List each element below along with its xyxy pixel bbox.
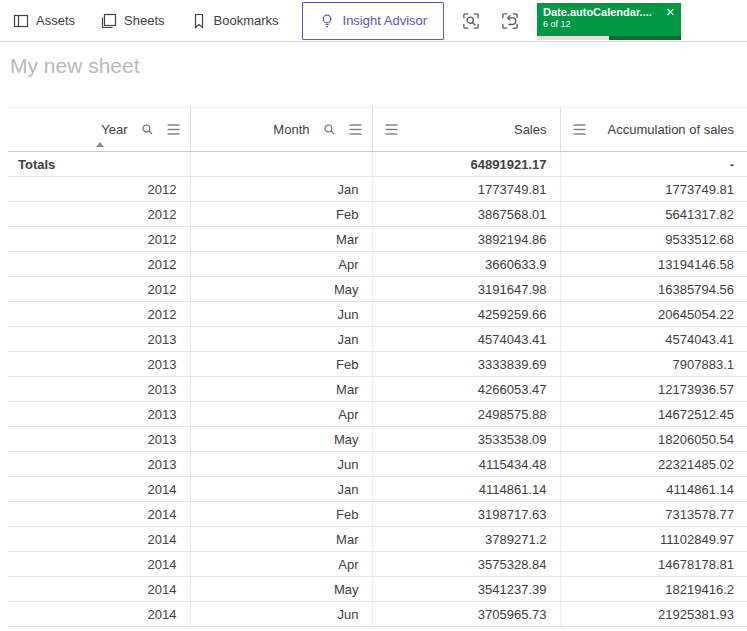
month-cell[interactable]: May (190, 277, 372, 302)
accumulation-cell: 12173936.57 (560, 377, 747, 402)
sales-cell: 4574043.41 (372, 327, 560, 352)
accumulation-cell: 18206050.54 (560, 427, 747, 452)
table-row: 2012May3191647.9816385794.56 (8, 277, 747, 302)
bookmarks-label: Bookmarks (214, 13, 279, 28)
year-cell[interactable]: 2014 (8, 602, 190, 627)
accumulation-cell: 11102849.97 (560, 527, 747, 552)
insight-advisor-button[interactable]: Insight Advisor (302, 2, 445, 40)
year-cell[interactable]: 2014 (8, 527, 190, 552)
month-cell[interactable]: Apr (190, 402, 372, 427)
year-cell[interactable]: 2014 (8, 502, 190, 527)
sort-ascending-icon (96, 142, 104, 147)
assets-button[interactable]: Assets (0, 1, 88, 41)
selection-progress-bar (537, 36, 681, 40)
month-cell[interactable]: May (190, 577, 372, 602)
column-header-year[interactable]: Year (8, 108, 190, 152)
month-cell[interactable]: May (190, 427, 372, 452)
assets-label: Assets (36, 13, 75, 28)
year-cell[interactable]: 2014 (8, 477, 190, 502)
table-row: 2013May3533538.0918206050.54 (8, 427, 747, 452)
month-cell[interactable]: Feb (190, 352, 372, 377)
accumulation-cell: 7907883.1 (560, 352, 747, 377)
month-cell[interactable]: Apr (190, 552, 372, 577)
table-row: 2014May3541237.3918219416.2 (8, 577, 747, 602)
column-header-month[interactable]: Month (190, 108, 372, 152)
assets-panel-icon (13, 13, 29, 29)
accumulation-cell: 20645054.22 (560, 302, 747, 327)
sales-cell: 3191647.98 (372, 277, 560, 302)
table-header-row: Year Month (8, 108, 747, 152)
year-cell[interactable]: 2012 (8, 227, 190, 252)
sheets-icon (101, 13, 117, 29)
accumulation-cell: 9533512.68 (560, 227, 747, 252)
lightbulb-icon (319, 13, 335, 29)
table-row: 2014Jun3705965.7321925381.93 (8, 602, 747, 627)
accumulation-column-label: Accumulation of sales (608, 122, 734, 137)
accumulation-cell: 22321485.02 (560, 452, 747, 477)
year-cell[interactable]: 2012 (8, 202, 190, 227)
year-cell[interactable]: 2012 (8, 302, 190, 327)
sales-cell: 3892194.86 (372, 227, 560, 252)
accumulation-cell: 4574043.41 (560, 327, 747, 352)
year-cell[interactable]: 2012 (8, 252, 190, 277)
month-cell[interactable]: Jun (190, 302, 372, 327)
close-icon[interactable]: ✕ (666, 7, 675, 18)
menu-icon[interactable] (167, 124, 180, 135)
month-cell[interactable]: Feb (190, 202, 372, 227)
bookmarks-button[interactable]: Bookmarks (178, 1, 292, 41)
table-row: 2012Jan1773749.811773749.81 (8, 177, 747, 202)
sales-cell: 3789271.2 (372, 527, 560, 552)
accumulation-cell: 4114861.14 (560, 477, 747, 502)
month-cell[interactable]: Feb (190, 502, 372, 527)
search-icon[interactable] (141, 123, 154, 136)
month-cell[interactable]: Mar (190, 527, 372, 552)
menu-icon[interactable] (573, 124, 586, 135)
sales-cell: 4114861.14 (372, 477, 560, 502)
sales-cell: 3333839.69 (372, 352, 560, 377)
smart-search-icon[interactable] (460, 10, 482, 32)
accumulation-cell: 1773749.81 (560, 177, 747, 202)
menu-icon[interactable] (349, 124, 362, 135)
totals-month-cell (190, 152, 372, 177)
table-row: 2013Feb3333839.697907883.1 (8, 352, 747, 377)
table-row: 2012Feb3867568.015641317.82 (8, 202, 747, 227)
year-cell[interactable]: 2012 (8, 177, 190, 202)
year-cell[interactable]: 2012 (8, 277, 190, 302)
sheet-title: My new sheet (0, 42, 747, 78)
year-cell[interactable]: 2014 (8, 552, 190, 577)
toolbar: Assets Sheets Bookmarks (0, 0, 747, 42)
year-cell[interactable]: 2013 (8, 377, 190, 402)
year-cell[interactable]: 2013 (8, 327, 190, 352)
month-cell[interactable]: Jun (190, 452, 372, 477)
totals-accumulation-cell: - (560, 152, 747, 177)
month-cell[interactable]: Mar (190, 227, 372, 252)
year-cell[interactable]: 2013 (8, 452, 190, 477)
month-cell[interactable]: Jan (190, 327, 372, 352)
table-row: 2014Apr3575328.8414678178.81 (8, 552, 747, 577)
insight-advisor-label: Insight Advisor (343, 13, 428, 28)
search-icon[interactable] (323, 123, 336, 136)
year-cell[interactable]: 2013 (8, 352, 190, 377)
selection-count: 6 of 12 (537, 18, 681, 29)
menu-icon[interactable] (385, 124, 398, 135)
table-row: 2013Jun4115434.4822321485.02 (8, 452, 747, 477)
column-header-accumulation[interactable]: Accumulation of sales (560, 108, 747, 152)
table-row: 2014Feb3198717.637313578.77 (8, 502, 747, 527)
month-cell[interactable]: Jun (190, 602, 372, 627)
year-cell[interactable]: 2013 (8, 427, 190, 452)
sales-cell: 1773749.81 (372, 177, 560, 202)
table-row: 2012Apr3660633.913194146.58 (8, 252, 747, 277)
year-cell[interactable]: 2013 (8, 402, 190, 427)
sheets-button[interactable]: Sheets (88, 1, 177, 41)
table-row: 2012Mar3892194.869533512.68 (8, 227, 747, 252)
month-cell[interactable]: Jan (190, 477, 372, 502)
month-cell[interactable]: Apr (190, 252, 372, 277)
step-back-icon[interactable] (499, 10, 521, 32)
month-cell[interactable]: Mar (190, 377, 372, 402)
month-cell[interactable]: Jan (190, 177, 372, 202)
sales-cell: 2498575.88 (372, 402, 560, 427)
sales-table: Year Month (8, 107, 747, 627)
year-cell[interactable]: 2014 (8, 577, 190, 602)
selection-badge[interactable]: Date.autoCalendar.... ✕ 6 of 12 (537, 3, 681, 40)
column-header-sales[interactable]: Sales (372, 108, 560, 152)
